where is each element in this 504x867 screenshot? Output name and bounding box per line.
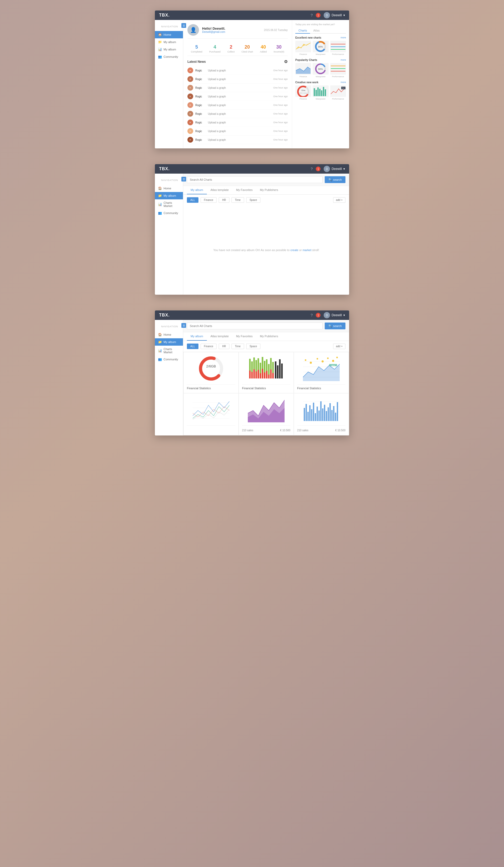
sidebar-toggle-3[interactable]: ☰ <box>182 323 186 328</box>
notification-icon[interactable]: 1 <box>316 13 320 18</box>
performance-chart-img <box>330 41 346 52</box>
tab-favorites-3[interactable]: My Favorites <box>232 332 256 341</box>
creative-charts-section: Creative new work more 75% <box>295 81 346 100</box>
svg-rect-100 <box>333 406 335 421</box>
stat-collect-label: Collect <box>227 51 235 53</box>
latest-news: Latest News ⚙ R Rogic Upload a graph One… <box>187 59 288 144</box>
svg-rect-101 <box>335 413 336 421</box>
finance3-label: Finance <box>295 98 311 100</box>
chart-tabs: Charts Atlas <box>295 28 346 34</box>
dropdown-icon-2: ▾ <box>343 167 345 171</box>
nav-charts-label: My album <box>164 48 176 51</box>
add-button-2[interactable]: add + <box>333 197 346 203</box>
tab-charts[interactable]: Charts <box>295 28 310 34</box>
svg-rect-86 <box>307 412 309 421</box>
empty-create-link[interactable]: create <box>290 248 299 251</box>
user-greeting: Hello! Deewill. <box>202 26 225 31</box>
help-icon-2[interactable]: ? <box>311 167 313 171</box>
sidebar-item-community[interactable]: 👥 Community <box>155 53 183 61</box>
search-button-2[interactable]: 🔍 search <box>325 176 346 183</box>
user-menu[interactable]: D Deewill ▾ <box>324 12 345 18</box>
sidebar-item-album-3[interactable]: 📁 My album <box>155 338 183 346</box>
search-input-3[interactable] <box>187 322 322 329</box>
news-name: Rogic <box>195 78 206 81</box>
sidebar-item-community-3[interactable]: 👥 Community <box>155 356 183 363</box>
manpower-label: Manpower <box>313 53 328 55</box>
filter-space-2[interactable]: Space <box>246 197 260 203</box>
svg-rect-87 <box>309 405 310 421</box>
album-icon-2: 📁 <box>158 194 162 197</box>
community-icon-3: 👥 <box>158 357 162 361</box>
nav-community-label-3: Community <box>164 358 178 361</box>
popularity-charts-section: Popularity Charts more <box>295 58 346 78</box>
filter-space-3[interactable]: Space <box>246 344 260 349</box>
sidebar-item-home-2[interactable]: 🏠 Home <box>155 185 183 192</box>
chart-performance: Performance <box>330 41 346 55</box>
empty-market-link[interactable]: market <box>303 248 313 251</box>
stat-added-value: 40 <box>260 44 267 50</box>
nav-album-label-2: My album <box>164 194 176 197</box>
topbar-3: TBX. ? 1 D Deewill ▾ <box>155 310 349 320</box>
section-more[interactable]: more <box>340 36 346 39</box>
sidebar-item-album[interactable]: 📁 My album <box>155 38 183 46</box>
help-icon[interactable]: ? <box>311 13 313 17</box>
sidebar-toggle[interactable]: ☰ <box>182 23 186 28</box>
sidebar-item-home-3[interactable]: 🏠 Home <box>155 331 183 338</box>
tab-my-album-2[interactable]: My album <box>187 186 207 194</box>
news-avatar: R <box>187 128 193 134</box>
notification-icon-2[interactable]: 1 <box>316 167 320 171</box>
sidebar-item-charts-3[interactable]: 📊 Charts Market <box>155 346 183 356</box>
filter-finance-3[interactable]: Finance <box>200 344 217 349</box>
svg-rect-93 <box>320 401 321 421</box>
finance2-label: Finance <box>295 75 311 78</box>
svg-rect-54 <box>270 370 272 378</box>
help-icon-3[interactable]: ? <box>311 313 313 317</box>
svg-rect-48 <box>258 370 259 378</box>
svg-point-65 <box>305 359 306 361</box>
sidebar-item-charts[interactable]: 📊 My album <box>155 46 183 53</box>
tab-favorites-2[interactable]: My Favorites <box>232 186 256 194</box>
content-2: 🔍 search My album Atlas template My Favo… <box>183 174 349 295</box>
filter-all-3[interactable]: ALL <box>187 344 198 349</box>
avatar: D <box>324 12 330 18</box>
news-settings-icon[interactable]: ⚙ <box>284 59 288 64</box>
sidebar-item-album-2[interactable]: 📁 My album <box>155 192 183 199</box>
svg-marker-0 <box>296 43 310 50</box>
card5-meta: 210 sales € 10.500 <box>242 429 290 432</box>
filter-time-3[interactable]: Time <box>231 344 244 349</box>
filter-time-2[interactable]: Time <box>231 197 244 203</box>
card6-meta: 210 sales € 10.500 <box>297 429 346 432</box>
svg-rect-22 <box>317 87 319 96</box>
tab-atlas[interactable]: Atlas <box>310 28 322 33</box>
filter-all-2[interactable]: ALL <box>187 197 198 203</box>
news-item: R Rogic Upload a graph One hour ago <box>187 75 288 84</box>
notification-icon-3[interactable]: 1 <box>316 313 320 318</box>
tab-publishers-3[interactable]: My Publishers <box>256 332 282 341</box>
section2-more[interactable]: more <box>340 58 346 62</box>
filter-hr-3[interactable]: HR <box>219 344 229 349</box>
tab-atlas-2[interactable]: Atlas template <box>207 186 232 194</box>
svg-rect-84 <box>304 408 305 421</box>
window-3: TBX. ? 1 D Deewill ▾ Navigation ☰ 🏠 Home… <box>155 310 349 436</box>
news-title: Latest News <box>187 60 206 64</box>
sidebar-item-charts-2[interactable]: 📊 Charts Market <box>155 199 183 209</box>
tab-my-album-3[interactable]: My album <box>187 332 207 341</box>
user-menu-2[interactable]: D Deewill ▾ <box>324 166 345 172</box>
section3-more[interactable]: more <box>340 81 346 84</box>
dropdown-icon-3: ▾ <box>343 313 345 317</box>
user-menu-3[interactable]: D Deewill ▾ <box>324 312 345 318</box>
manpower3-label: Manpower <box>313 98 328 100</box>
tab-atlas-3[interactable]: Atlas template <box>207 332 232 341</box>
filter-finance-2[interactable]: Finance <box>200 197 217 203</box>
nav-home-label: Home <box>164 33 171 36</box>
sidebar-item-home[interactable]: 🏠 Home <box>155 31 183 38</box>
svg-marker-8 <box>296 67 310 74</box>
filter-hr-2[interactable]: HR <box>219 197 229 203</box>
search-input-2[interactable] <box>187 176 322 183</box>
add-button-3[interactable]: add + <box>333 344 346 349</box>
news-avatar: R <box>187 67 193 73</box>
sidebar-toggle-2[interactable]: ☰ <box>182 177 186 182</box>
tab-publishers-2[interactable]: My Publishers <box>256 186 282 194</box>
search-button-3[interactable]: 🔍 search <box>325 322 346 329</box>
sidebar-item-community-2[interactable]: 👥 Community <box>155 209 183 217</box>
